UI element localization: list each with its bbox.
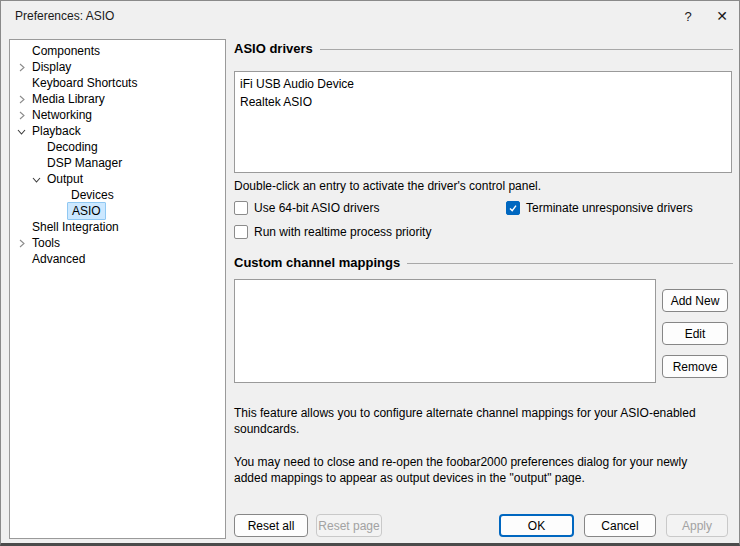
tree-item-label-selected: ASIO xyxy=(67,202,106,220)
tree-item-components[interactable]: Components xyxy=(10,43,225,59)
driver-list-item[interactable]: iFi USB Audio Device xyxy=(236,75,730,93)
tree-item-media-library[interactable]: Media Library xyxy=(10,91,225,107)
cancel-button[interactable]: Cancel xyxy=(584,514,656,537)
checkbox-label: Terminate unresponsive drivers xyxy=(526,201,693,215)
close-icon: ✕ xyxy=(716,8,728,24)
checkbox-terminate-unresponsive[interactable]: Terminate unresponsive drivers xyxy=(506,200,693,216)
reset-all-button[interactable]: Reset all xyxy=(234,514,308,537)
tree-item-decoding[interactable]: Decoding xyxy=(10,139,225,155)
tree-item-label: DSP Manager xyxy=(44,155,125,171)
help-icon: ? xyxy=(684,9,691,24)
checkbox-realtime-priority[interactable]: Run with realtime process priority xyxy=(234,224,431,240)
tree-item-dsp-manager[interactable]: DSP Manager xyxy=(10,155,225,171)
add-new-button[interactable]: Add New xyxy=(662,289,728,312)
tree-item-networking[interactable]: Networking xyxy=(10,107,225,123)
chevron-right-icon[interactable] xyxy=(13,107,29,123)
preferences-tree: Components Display Keyboard Shortcuts Me… xyxy=(9,39,226,539)
tree-item-keyboard-shortcuts[interactable]: Keyboard Shortcuts xyxy=(10,75,225,91)
checkbox-checked-icon[interactable] xyxy=(506,201,520,215)
close-button[interactable]: ✕ xyxy=(705,1,739,31)
checkbox-label: Run with realtime process priority xyxy=(254,225,431,239)
group-title-custom-channel-mappings: Custom channel mappings xyxy=(234,255,400,270)
chevron-right-icon[interactable] xyxy=(13,59,29,75)
mappings-group-header: Custom channel mappings xyxy=(234,255,733,270)
window-title: Preferences: ASIO xyxy=(15,9,114,23)
checkbox-use-64bit[interactable]: Use 64-bit ASIO drivers xyxy=(234,200,379,216)
chevron-right-icon[interactable] xyxy=(13,91,29,107)
tree-item-label: Media Library xyxy=(29,91,108,107)
tree-item-label: Output xyxy=(44,171,86,187)
tree-item-asio[interactable]: ASIO xyxy=(10,203,225,219)
group-divider xyxy=(320,49,733,50)
preferences-dialog: Preferences: ASIO ? ✕ Components Display… xyxy=(0,0,740,546)
tree-item-advanced[interactable]: Advanced xyxy=(10,251,225,267)
chevron-right-icon[interactable] xyxy=(13,235,29,251)
chevron-down-icon[interactable] xyxy=(28,171,44,187)
tree-indent xyxy=(13,251,29,267)
group-title-asio-drivers: ASIO drivers xyxy=(234,41,313,56)
tree-item-tools[interactable]: Tools xyxy=(10,235,225,251)
tree-indent xyxy=(13,219,29,235)
titlebar-buttons: ? ✕ xyxy=(671,1,739,31)
checkbox-unchecked-icon[interactable] xyxy=(234,225,248,239)
tree-indent xyxy=(52,187,68,203)
channel-mappings-list[interactable] xyxy=(234,279,656,383)
apply-button[interactable]: Apply xyxy=(666,514,728,537)
tree-item-label: Shell Integration xyxy=(29,219,122,235)
tree-indent xyxy=(28,155,44,171)
tree-item-label: Advanced xyxy=(29,251,88,267)
tree-item-playback[interactable]: Playback xyxy=(10,123,225,139)
tree-indent xyxy=(13,43,29,59)
tree-item-shell-integration[interactable]: Shell Integration xyxy=(10,219,225,235)
checkbox-unchecked-icon[interactable] xyxy=(234,201,248,215)
mappings-description-1: This feature allows you to configure alt… xyxy=(234,405,696,437)
asio-drivers-list[interactable]: iFi USB Audio Device Realtek ASIO xyxy=(234,71,732,173)
title-bar[interactable]: Preferences: ASIO ? ✕ xyxy=(1,1,739,31)
driver-list-item[interactable]: Realtek ASIO xyxy=(236,93,730,111)
tree-item-label: Display xyxy=(29,59,74,75)
tree-item-label: Networking xyxy=(29,107,95,123)
tree-indent xyxy=(28,139,44,155)
tree-item-label: Tools xyxy=(29,235,63,251)
remove-button[interactable]: Remove xyxy=(662,355,728,378)
tree-item-output[interactable]: Output xyxy=(10,171,225,187)
ok-button[interactable]: OK xyxy=(499,514,574,537)
tree-item-display[interactable]: Display xyxy=(10,59,225,75)
tree-item-label: Playback xyxy=(29,123,84,139)
reset-page-button[interactable]: Reset page xyxy=(316,514,382,537)
tree-item-label: Devices xyxy=(68,187,117,203)
drivers-hint-text: Double-click an entry to activate the dr… xyxy=(234,178,541,194)
edit-button[interactable]: Edit xyxy=(662,322,728,345)
tree-item-label: Decoding xyxy=(44,139,101,155)
tree-item-label: Components xyxy=(29,43,103,59)
asio-drivers-group-header: ASIO drivers xyxy=(234,41,733,56)
tree-item-devices[interactable]: Devices xyxy=(10,187,225,203)
help-button[interactable]: ? xyxy=(671,1,705,31)
chevron-down-icon[interactable] xyxy=(13,123,29,139)
checkbox-label: Use 64-bit ASIO drivers xyxy=(254,201,379,215)
group-divider xyxy=(407,263,733,264)
tree-indent xyxy=(52,203,68,219)
mappings-description-2: You may need to close and re-open the fo… xyxy=(234,454,687,486)
tree-item-label: Keyboard Shortcuts xyxy=(29,75,140,91)
tree-indent xyxy=(13,75,29,91)
